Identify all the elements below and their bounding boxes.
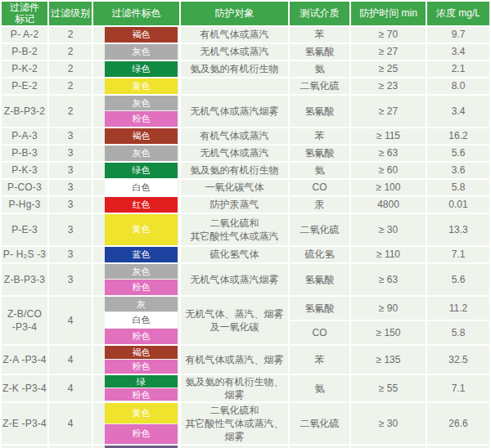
- header-filter-color: 过滤件标色: [93, 2, 179, 25]
- protection-time-cell: ≥ 63: [351, 264, 426, 295]
- concentration-cell: 11.2: [427, 297, 489, 320]
- color-bar-stack: 褐色粉色: [105, 346, 178, 374]
- color-bar-stack: 灰白色粉色: [105, 297, 178, 344]
- filter-level-cell: 3: [49, 163, 92, 178]
- filter-level-cell: 2: [49, 27, 92, 43]
- color-bar: 灰色: [105, 96, 178, 111]
- color-bar: 粉色: [105, 360, 178, 374]
- protection-time-cell: ≥ 60: [351, 163, 426, 178]
- color-bar: 粉色: [105, 329, 178, 344]
- protection-target-cell: 硫化氢气体: [181, 247, 288, 262]
- protection-time-cell: ≥ 100: [351, 180, 426, 195]
- color-bar: 粉色: [105, 388, 178, 401]
- table-row: P-K-22绿色氨及氨的有机衍生物氨≥ 252.1: [2, 61, 489, 77]
- color-bar: 蓝色: [105, 247, 178, 262]
- filter-level-cell: 4: [49, 297, 92, 344]
- concentration-cell: 8.0: [427, 78, 489, 94]
- test-medium-cell: 硫化氢: [290, 247, 349, 262]
- color-bar-stack: 灰色: [105, 146, 178, 161]
- filter-mark-cell: P-B-2: [2, 44, 47, 60]
- color-bar: 灰色: [105, 146, 178, 161]
- filter-mark-cell: P-B-3: [2, 146, 47, 161]
- color-bar-stack: 褐色: [105, 27, 178, 43]
- protection-time-cell: ≥ 70: [351, 27, 426, 43]
- filter-mark-cell: P-E-3: [2, 214, 47, 245]
- protection-target-cell: 无机气体或蒸汽: [181, 146, 288, 161]
- filter-color-cell: 褐色粉色: [93, 346, 179, 374]
- table-row: P-CO-33白色一氧化碳气体CO≥ 1005.8: [2, 180, 489, 195]
- color-bar: 绿: [105, 375, 178, 388]
- table-row: P- H₂S -33蓝色硫化氢气体硫化氢≥ 1107.1: [2, 247, 489, 262]
- filter-level-cell: 4: [49, 375, 92, 401]
- test-medium-cell: 汞: [290, 197, 349, 213]
- protection-time-cell: ≥ 30: [351, 403, 426, 444]
- color-bar-stack: 褐色: [105, 128, 178, 144]
- header-protection-time: 防护时间 min: [351, 2, 426, 25]
- table-row: P-A-33褐色有机气体或蒸汽苯≥ 11516.2: [2, 128, 489, 144]
- filter-color-cell: 绿色: [93, 61, 179, 77]
- filter-level-cell: 4: [49, 346, 92, 374]
- test-medium-cell: 二氧化硫: [290, 78, 349, 94]
- header-protection-target: 防护对象: [181, 2, 288, 25]
- header-test-medium: 测试介质: [290, 2, 349, 25]
- filter-level-cell: 2: [49, 44, 92, 60]
- color-bar-stack: 绿色: [105, 163, 178, 178]
- table-row: P-Hg-33红色防护汞蒸气汞48000.01: [2, 197, 489, 213]
- header-row: 过滤件 标记 过滤级别 过滤件标色 防护对象 测试介质 防护时间 min 浓度 …: [2, 2, 489, 25]
- color-bar-stack: 灰色粉色: [105, 96, 178, 127]
- filter-mark-cell: P- A-2: [2, 27, 47, 43]
- protection-time-cell: ≥ 27: [351, 44, 426, 60]
- protection-target-cell: 有机气体或蒸汽、烟雾: [181, 346, 288, 374]
- protection-time-cell: ≥ 115: [351, 128, 426, 144]
- protection-target-cell: 二氧化硫和 其它酸性气体或蒸汽、烟雾: [181, 403, 288, 444]
- filter-color-cell: 绿粉色: [93, 375, 179, 401]
- color-bar-stack: 红色: [105, 197, 178, 213]
- test-medium-cell: 苯: [290, 128, 349, 144]
- filter-level-cell: 4: [49, 403, 92, 444]
- filter-mark-cell: Z-B/CO -P3-4: [2, 297, 47, 344]
- filter-color-cell: 红色: [93, 197, 179, 213]
- protection-target-cell: 无机气体或蒸汽烟雾: [181, 264, 288, 295]
- color-bar-stack: 灰色: [105, 44, 178, 60]
- concentration-cell: 5.6: [427, 146, 489, 161]
- filter-color-cell: 灰色粉色: [93, 96, 179, 127]
- filter-level-cell: 3: [49, 197, 92, 213]
- protection-time-cell: ≥ 30: [351, 214, 426, 245]
- color-bar-stack: 白色: [105, 180, 178, 195]
- filter-color-cell: 灰色粉色: [93, 264, 179, 295]
- protection-time-cell: ≥ 135: [351, 346, 426, 374]
- protection-time-cell: ≥ 23: [351, 78, 426, 94]
- color-bar: 灰色: [105, 264, 178, 280]
- protection-target-cell: 二氧化硫和 其它酸性气体或蒸汽: [181, 214, 288, 245]
- filter-color-cell: 灰色: [93, 146, 179, 161]
- test-medium-cell: 二氧化硫: [290, 403, 349, 444]
- filter-mark-cell: Z-B-P3-2: [2, 96, 47, 127]
- header-filter-level: 过滤级别: [49, 2, 92, 25]
- table-row: P-B-22灰色无机气体或蒸汽氢氰酸≥ 273.4: [2, 44, 489, 60]
- table-row: Z-A -P3-44褐色粉色有机气体或蒸汽、烟雾苯≥ 13532.5: [2, 346, 489, 374]
- concentration-cell: 5.8: [427, 321, 489, 344]
- protection-target-cell: 无机气体或蒸汽烟雾: [181, 96, 288, 127]
- filter-color-cell: 绿色: [93, 163, 179, 178]
- test-medium-cell: 氢氰酸: [290, 96, 349, 127]
- concentration-cell: 3.6: [427, 163, 489, 178]
- concentration-cell: 13.3: [427, 214, 489, 245]
- test-medium-cell: CO: [290, 321, 349, 344]
- test-medium-cell: 氨: [290, 61, 349, 77]
- filter-level-cell: 2: [49, 61, 92, 77]
- test-medium-cell: 氢氰酸: [290, 264, 349, 295]
- test-medium-cell: 二氧化硫: [290, 214, 349, 245]
- protection-time-cell: ≥ 110: [351, 247, 426, 262]
- filter-color-cell: 褐色: [93, 27, 179, 43]
- concentration-cell: 26.6: [427, 403, 489, 444]
- protection-target-cell: 氨及氨的有机衍生物: [181, 163, 288, 178]
- protection-time-cell: ≥ 150: [351, 321, 426, 344]
- header-concentration: 浓度 mg/L: [427, 2, 489, 25]
- table-row: Z-B/CO -P3-44灰白色粉色无机气体、蒸汽、烟雾 及一氧化碳氢氰酸≥ 9…: [2, 297, 489, 320]
- table-row: P-E-33黄色二氧化硫和 其它酸性气体或蒸汽二氧化硫≥ 3013.3: [2, 214, 489, 245]
- filter-level-cell: 3: [49, 146, 92, 161]
- concentration-cell: 2.1: [427, 61, 489, 77]
- color-bar: 黄色: [105, 403, 178, 423]
- filter-color-cell: 黄色: [93, 214, 179, 245]
- color-bar-stack: 黄色粉色: [105, 403, 178, 444]
